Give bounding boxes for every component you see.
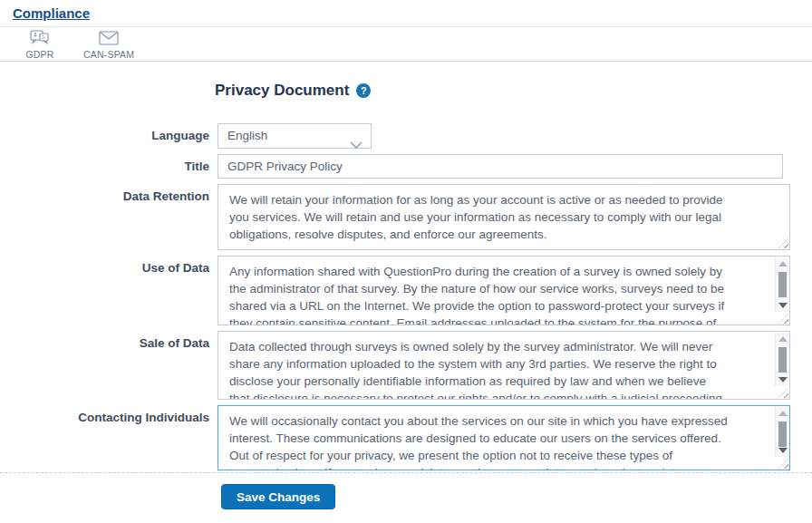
page-title-row: Privacy Document ? [0, 82, 812, 100]
scroll-thumb[interactable] [778, 421, 787, 447]
use-of-data-text: Any information shared with QuestionPro … [218, 257, 789, 325]
title-label: Title [0, 154, 218, 179]
toolbar-item-can-spam[interactable]: CAN-SPAM [83, 29, 134, 60]
language-select[interactable]: English [218, 123, 372, 149]
privacy-document-form: Language English Title GDPR Privacy Poli… [0, 123, 812, 470]
toolbar-item-gdpr[interactable]: GDPR [20, 29, 60, 60]
sale-of-data-label: Sale of Data [0, 331, 218, 400]
gdpr-icon [29, 29, 51, 47]
scrollbar[interactable] [775, 407, 788, 457]
save-row: Save Changes [0, 484, 812, 509]
language-selected-value: English [227, 129, 267, 142]
save-changes-button[interactable]: Save Changes [221, 484, 335, 509]
scrollbar[interactable] [775, 333, 788, 386]
scroll-up-arrow-icon[interactable] [778, 336, 788, 342]
breadcrumb-compliance-link[interactable]: Compliance [13, 5, 90, 21]
scroll-down-arrow-icon[interactable] [778, 377, 788, 383]
data-retention-label: Data Retention [0, 184, 218, 250]
scroll-up-arrow-icon[interactable] [778, 411, 788, 416]
use-of-data-label: Use of Data [0, 256, 218, 325]
breadcrumb-bar: Compliance [0, 0, 812, 27]
sale-of-data-textarea[interactable]: Data collected through surveys is owned … [218, 331, 790, 400]
scroll-down-arrow-icon[interactable] [778, 303, 788, 308]
use-of-data-row: Use of Data Any information shared with … [0, 256, 812, 325]
title-input[interactable]: GDPR Privacy Policy [218, 154, 783, 179]
title-input-value: GDPR Privacy Policy [227, 160, 343, 173]
sale-of-data-text: Data collected through surveys is owned … [218, 332, 789, 400]
title-row: Title GDPR Privacy Policy [0, 154, 812, 179]
scrollbar[interactable] [775, 257, 788, 312]
compliance-toolbar: GDPR CAN-SPAM [0, 27, 812, 62]
data-retention-row: Data Retention We will retain your infor… [0, 184, 812, 250]
contacting-individuals-row: Contacting Individuals We will occasiona… [0, 405, 812, 470]
use-of-data-textarea[interactable]: Any information shared with QuestionPro … [218, 256, 790, 325]
toolbar-label-can-spam: CAN-SPAM [83, 49, 134, 60]
scroll-up-arrow-icon[interactable] [778, 261, 788, 266]
bottom-dashed-divider [0, 472, 812, 473]
envelope-icon [97, 29, 121, 47]
language-row: Language English [0, 123, 812, 149]
data-retention-textarea[interactable]: We will retain your information for as l… [218, 184, 790, 250]
language-label: Language [0, 123, 218, 149]
contacting-individuals-text: We will occasionally contact you about t… [218, 406, 789, 470]
contacting-individuals-textarea[interactable]: We will occasionally contact you about t… [218, 405, 790, 470]
scroll-thumb[interactable] [778, 347, 787, 373]
contacting-individuals-label: Contacting Individuals [0, 405, 218, 470]
help-icon[interactable]: ? [356, 83, 371, 98]
page-title: Privacy Document [215, 82, 349, 100]
toolbar-label-gdpr: GDPR [25, 49, 53, 60]
sale-of-data-row: Sale of Data Data collected through surv… [0, 331, 812, 400]
scroll-down-arrow-icon[interactable] [778, 448, 788, 453]
data-retention-text: We will retain your information for as l… [218, 185, 789, 243]
scroll-thumb[interactable] [778, 272, 787, 297]
